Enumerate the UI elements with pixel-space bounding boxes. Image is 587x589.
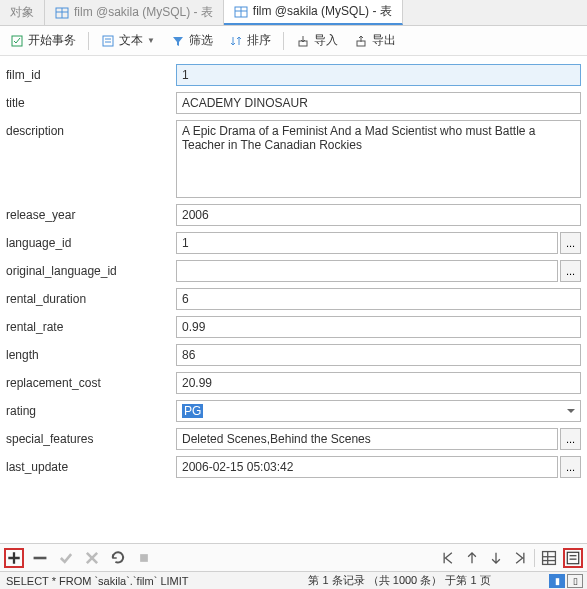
svg-rect-17: [567, 552, 578, 563]
record-nav-bar: [0, 543, 587, 571]
filter-icon: [171, 34, 185, 48]
next-record-button[interactable]: [486, 548, 506, 568]
text-icon: [101, 34, 115, 48]
select-rating[interactable]: PG: [176, 400, 581, 422]
input-description[interactable]: A Epic Drama of a Feminist And a Mad Sci…: [176, 120, 581, 198]
text-button[interactable]: 文本 ▼: [97, 30, 159, 51]
sort-icon: [229, 34, 243, 48]
input-film-id[interactable]: [176, 64, 581, 86]
stop-button[interactable]: [134, 548, 154, 568]
tab-film-1-label: film @sakila (MySQL) - 表: [74, 4, 213, 21]
begin-transaction-button[interactable]: 开始事务: [6, 30, 80, 51]
table-icon: [55, 6, 69, 20]
label-length: length: [6, 344, 176, 362]
svg-rect-13: [543, 551, 556, 564]
input-replacement-cost[interactable]: [176, 372, 581, 394]
label-rental-duration: rental_duration: [6, 288, 176, 306]
label-description: description: [6, 120, 176, 138]
sort-button[interactable]: 排序: [225, 30, 275, 51]
chevron-down-icon: ▼: [147, 36, 155, 45]
label-title: title: [6, 92, 176, 110]
form-view-button[interactable]: [563, 548, 583, 568]
transaction-icon: [10, 34, 24, 48]
input-last-update[interactable]: [176, 456, 558, 478]
refresh-button[interactable]: [108, 548, 128, 568]
svg-rect-7: [103, 36, 113, 46]
panel-right-icon[interactable]: ▯: [567, 574, 583, 588]
import-button[interactable]: 导入: [292, 30, 342, 51]
input-language-id[interactable]: [176, 232, 558, 254]
label-last-update: last_update: [6, 456, 176, 474]
panel-left-icon[interactable]: ▮: [549, 574, 565, 588]
input-rental-rate[interactable]: [176, 316, 581, 338]
tab-film-2[interactable]: film @sakila (MySQL) - 表: [224, 0, 403, 25]
lookup-special-features[interactable]: ...: [560, 428, 581, 450]
export-button[interactable]: 导出: [350, 30, 400, 51]
import-icon: [296, 34, 310, 48]
separator: [534, 549, 535, 567]
label-rental-rate: rental_rate: [6, 316, 176, 334]
grid-view-button[interactable]: [539, 548, 559, 568]
label-original-language-id: original_language_id: [6, 260, 176, 278]
input-special-features[interactable]: [176, 428, 558, 450]
status-bar: SELECT * FROM `sakila`.`film` LIMIT 第 1 …: [0, 571, 587, 589]
separator: [283, 32, 284, 50]
lookup-language-id[interactable]: ...: [560, 232, 581, 254]
label-special-features: special_features: [6, 428, 176, 446]
tab-film-2-label: film @sakila (MySQL) - 表: [253, 3, 392, 20]
input-length[interactable]: [176, 344, 581, 366]
apply-button[interactable]: [56, 548, 76, 568]
label-film-id: film_id: [6, 64, 176, 82]
label-rating: rating: [6, 400, 176, 418]
export-icon: [354, 34, 368, 48]
add-record-button[interactable]: [4, 548, 24, 568]
tab-film-1[interactable]: film @sakila (MySQL) - 表: [45, 0, 224, 25]
status-sql: SELECT * FROM `sakila`.`film` LIMIT: [0, 575, 250, 587]
input-release-year[interactable]: [176, 204, 581, 226]
prev-record-button[interactable]: [462, 548, 482, 568]
separator: [88, 32, 89, 50]
svg-rect-12: [140, 554, 148, 562]
form-view: film_id title descriptionA Epic Drama of…: [0, 56, 587, 539]
input-rental-duration[interactable]: [176, 288, 581, 310]
label-language-id: language_id: [6, 232, 176, 250]
status-record: 第 1 条记录 （共 1000 条） 于第 1 页: [250, 573, 549, 588]
delete-record-button[interactable]: [30, 548, 50, 568]
lookup-original-language-id[interactable]: ...: [560, 260, 581, 282]
table-icon: [234, 5, 248, 19]
lookup-last-update[interactable]: ...: [560, 456, 581, 478]
last-record-button[interactable]: [510, 548, 530, 568]
tab-object-label: 对象: [10, 4, 34, 21]
label-release-year: release_year: [6, 204, 176, 222]
tab-object[interactable]: 对象: [0, 0, 45, 25]
cancel-button[interactable]: [82, 548, 102, 568]
first-record-button[interactable]: [438, 548, 458, 568]
input-original-language-id[interactable]: [176, 260, 558, 282]
input-title[interactable]: [176, 92, 581, 114]
filter-button[interactable]: 筛选: [167, 30, 217, 51]
label-replacement-cost: replacement_cost: [6, 372, 176, 390]
